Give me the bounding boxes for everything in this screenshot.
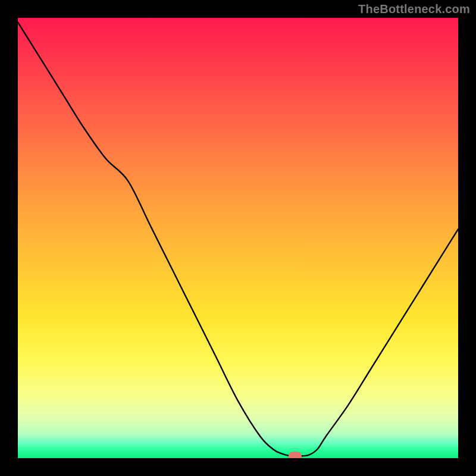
optimum-marker: [289, 452, 302, 458]
watermark-text: TheBottleneck.com: [358, 2, 470, 16]
plot-area: [18, 18, 458, 458]
chart-container: TheBottleneck.com: [0, 0, 476, 476]
bottleneck-curve: [18, 18, 458, 458]
